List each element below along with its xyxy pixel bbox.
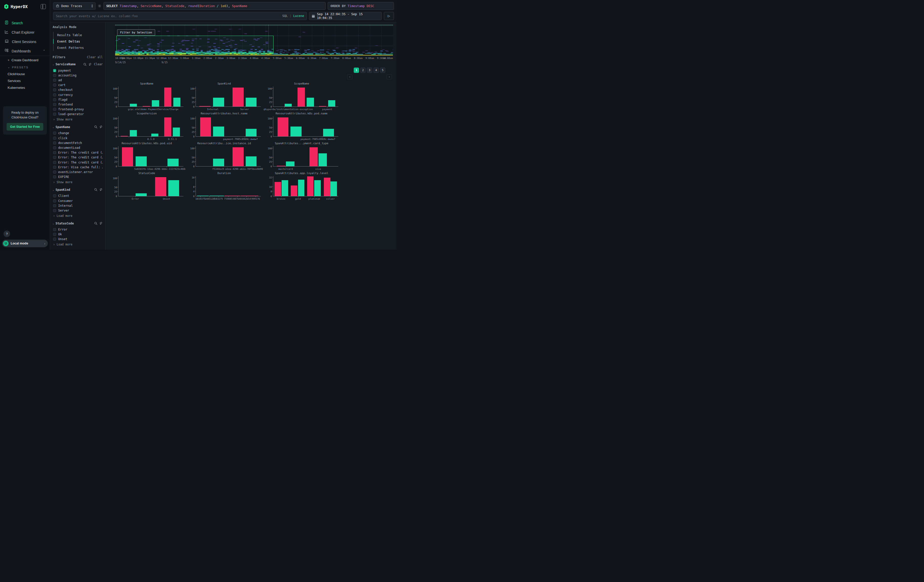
filter-by-selection-button[interactable]: Filter by Selection — [117, 30, 155, 36]
pin-icon[interactable] — [99, 125, 103, 129]
filter-option-accounting[interactable]: accounting — [53, 73, 103, 77]
order-by-input[interactable]: ORDER BY Timestamp DESC — [328, 2, 394, 10]
help-button[interactable]: ? — [3, 231, 10, 237]
clear-all-button[interactable]: Clear all — [87, 55, 103, 59]
show-more-button[interactable]: › Load more — [53, 213, 103, 218]
filter-option-internal[interactable]: Internal — [53, 203, 103, 208]
show-more-button[interactable]: › Show more — [53, 180, 103, 184]
show-more-button[interactable]: › Load more — [53, 242, 103, 246]
analysis-mode-results-table[interactable]: Results Table — [54, 32, 103, 38]
heatmap-plot[interactable]: 0200400600Filter by Selection — [115, 25, 393, 56]
source-select[interactable]: Demo Traces ▲▼ — [53, 2, 96, 10]
selection-region[interactable] — [116, 36, 273, 53]
pin-icon[interactable] — [99, 222, 103, 225]
page-button-3[interactable]: 3 — [367, 68, 372, 73]
filter-option-eventlistener-error[interactable]: eventListener.error — [53, 170, 103, 174]
checkbox[interactable] — [53, 146, 56, 149]
filter-option-flagd[interactable]: flagd — [53, 97, 103, 102]
filter-option-change[interactable]: change — [53, 131, 103, 136]
date-range-input[interactable]: Sep 14 22:04:35 - Sep 15 10:04:35 — [309, 12, 382, 20]
checkbox[interactable] — [53, 228, 56, 231]
checkbox[interactable] — [53, 98, 56, 101]
checkbox[interactable] — [53, 166, 56, 169]
filter-group-name[interactable]: StatusCode — [55, 222, 74, 225]
filter-option-frontend-proxy[interactable]: frontend-proxy — [53, 107, 103, 112]
filter-option-currency[interactable]: currency — [53, 92, 103, 97]
filter-option-load-generator[interactable]: load-generator — [53, 112, 103, 117]
filter-option-frontend[interactable]: frontend — [53, 102, 103, 107]
filter-option-ok[interactable]: Ok — [53, 232, 103, 237]
sidebar-collapse-icon[interactable] — [41, 4, 46, 9]
presets-toggle[interactable]: ⌄PRESETS — [0, 64, 50, 71]
show-more-button[interactable]: › Show more — [53, 117, 103, 121]
checkbox[interactable] — [53, 156, 56, 159]
preset-item-kubernetes[interactable]: Kubernetes — [0, 84, 50, 91]
select-query-input[interactable]: SELECT Timestamp, ServiceName, StatusCod… — [104, 2, 326, 10]
checkbox[interactable] — [53, 132, 56, 135]
checkbox[interactable] — [53, 171, 56, 173]
sidebar-item-dashboards[interactable]: Dashboards⌃ — [0, 46, 50, 56]
filter-option-error-the-credit-card-[interactable]: Error: The credit card (… — [53, 155, 103, 160]
pin-icon[interactable] — [99, 188, 103, 191]
preset-item-services[interactable]: Services — [0, 77, 50, 84]
filter-group-name[interactable]: SpanName — [55, 125, 70, 129]
clear-filter-button[interactable]: Clear — [94, 63, 103, 66]
sidebar-item-search[interactable]: Search — [0, 18, 50, 28]
get-started-button[interactable]: Get Started for Free — [7, 123, 43, 130]
checkbox[interactable] — [53, 142, 56, 145]
checkbox[interactable] — [53, 195, 56, 197]
filter-option-documentload[interactable]: documentLoad — [53, 145, 103, 150]
page-button-4[interactable]: 4 — [373, 68, 379, 73]
checkbox[interactable] — [53, 233, 56, 236]
checkbox[interactable] — [53, 204, 56, 207]
search-icon[interactable] — [83, 63, 87, 66]
checkbox[interactable] — [53, 108, 56, 111]
page-button-1[interactable]: 1 — [354, 68, 359, 73]
page-next-button[interactable]: › — [387, 74, 392, 79]
search-icon[interactable] — [94, 188, 97, 191]
checkbox[interactable] — [53, 209, 56, 212]
filter-option-error-visa-cache-full-[interactable]: Error: Visa cache full: … — [53, 165, 103, 170]
sidebar-item-chart-explorer[interactable]: Chart Explorer — [0, 28, 50, 37]
preset-item-clickhouse[interactable]: ClickHouse — [0, 71, 50, 77]
search-input[interactable] — [56, 14, 282, 18]
checkbox[interactable] — [53, 103, 56, 106]
checkbox[interactable] — [53, 161, 56, 164]
checkbox[interactable] — [53, 93, 56, 96]
filter-option-checkout[interactable]: checkout — [53, 87, 103, 92]
lucene-toggle[interactable]: Lucene — [293, 14, 304, 18]
search-icon[interactable] — [94, 125, 97, 129]
filter-option-expire[interactable]: EXPIRE — [53, 175, 103, 180]
checkbox[interactable] — [53, 175, 56, 178]
filter-option-consumer[interactable]: Consumer — [53, 198, 103, 203]
page-button-2[interactable]: 2 — [360, 68, 366, 73]
sidebar-item-client-sessions[interactable]: Client Sessions — [0, 37, 50, 46]
checkbox[interactable] — [53, 113, 56, 115]
create-dashboard-button[interactable]: +Create Dashboard — [0, 56, 50, 64]
checkbox[interactable] — [53, 151, 56, 154]
filter-option-error-the-credit-card-[interactable]: Error: The credit card (… — [53, 150, 103, 155]
analysis-mode-event-deltas[interactable]: Event Deltas — [54, 38, 103, 45]
search-icon[interactable] — [94, 222, 97, 225]
run-query-button[interactable]: ▷ — [384, 12, 394, 20]
filter-option-documentfetch[interactable]: documentFetch — [53, 140, 103, 145]
filter-option-server[interactable]: Server — [53, 208, 103, 213]
filter-option-ad[interactable]: ad — [53, 77, 103, 82]
filter-group-name[interactable]: ServiceName — [55, 63, 75, 66]
checkbox[interactable] — [53, 199, 56, 203]
filter-option-error-the-credit-card-[interactable]: Error: The credit card (… — [53, 160, 103, 165]
local-mode-pill[interactable]: U Local mode › — [2, 240, 48, 247]
sql-toggle[interactable]: SQL — [282, 14, 288, 18]
checkbox[interactable] — [53, 237, 56, 241]
checkbox[interactable] — [53, 137, 56, 140]
filter-option-client[interactable]: Client — [53, 194, 103, 198]
checkbox[interactable] — [53, 74, 56, 77]
checkbox[interactable] — [53, 69, 56, 72]
filter-option-unset[interactable]: Unset — [53, 237, 103, 242]
filter-option-click[interactable]: click — [53, 136, 103, 140]
filter-option-payment[interactable]: payment — [53, 68, 103, 73]
filter-option-cart[interactable]: cart — [53, 83, 103, 87]
checkbox[interactable] — [53, 79, 56, 82]
page-button-5[interactable]: 5 — [380, 68, 385, 73]
checkbox[interactable] — [53, 84, 56, 87]
